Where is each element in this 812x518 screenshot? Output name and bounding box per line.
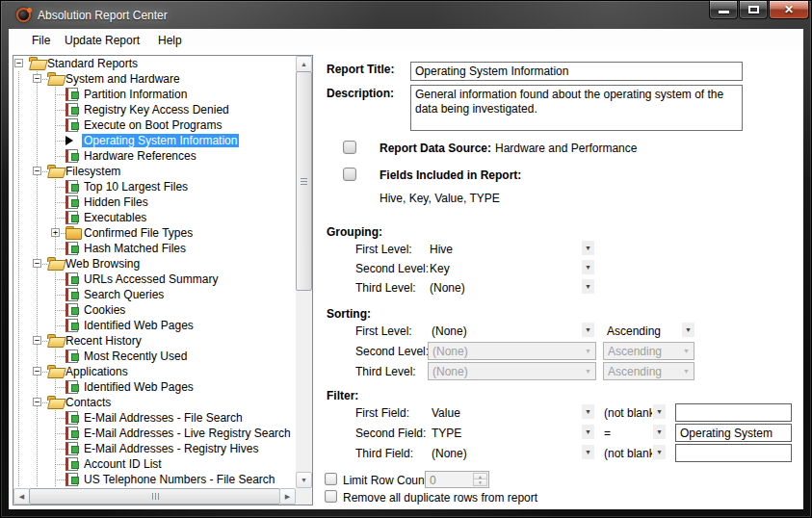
- tree-row[interactable]: Identified Web Pages: [13, 318, 296, 333]
- chevron-down-icon[interactable]: ▼: [582, 323, 594, 337]
- scroll-right-button[interactable]: ▶: [279, 488, 296, 505]
- tree-item-label[interactable]: Executables: [82, 211, 148, 224]
- tree-item-label[interactable]: US Telephone Numbers - File Search: [82, 473, 277, 486]
- filter-field-combo-value[interactable]: (None): [432, 447, 467, 460]
- tree-item-label[interactable]: Applications: [64, 365, 130, 378]
- sort-field-combo-value[interactable]: (None): [432, 324, 467, 338]
- tree-item-label[interactable]: Recent History: [64, 334, 144, 348]
- tree-item-label[interactable]: Hash Matched Files: [82, 242, 188, 255]
- tree-horizontal-scrollbar[interactable]: ◀ ▶: [13, 488, 296, 505]
- chevron-down-icon[interactable]: ▼: [582, 445, 594, 459]
- tree-item-label[interactable]: Filesystem: [64, 165, 122, 178]
- tree-row[interactable]: Cookies: [13, 302, 296, 318]
- filter-field-combo-value[interactable]: Value: [432, 406, 460, 420]
- description-input[interactable]: General information found about the oper…: [410, 85, 743, 131]
- chevron-down-icon[interactable]: ▼: [653, 404, 666, 419]
- tree-item-label[interactable]: URLs Accessed Summary: [82, 272, 220, 286]
- tree-item-label[interactable]: System and Hardware: [64, 72, 182, 86]
- fields-included-checkbox[interactable]: [343, 168, 356, 181]
- report-title-input[interactable]: [410, 62, 743, 81]
- tree-item-label[interactable]: Hardware References: [82, 149, 198, 163]
- minimize-button[interactable]: [709, 1, 738, 19]
- tree-row[interactable]: E-Mail Addresses - Registry Hives: [13, 441, 296, 456]
- filter-value-input[interactable]: [675, 403, 792, 422]
- tree-row[interactable]: −Web Browsing: [13, 256, 296, 272]
- close-button[interactable]: ✕: [769, 1, 809, 19]
- tree-item-label[interactable]: E-Mail Addresses - File Search: [82, 411, 245, 425]
- tree-item-label[interactable]: Search Queries: [82, 288, 166, 301]
- tree-row[interactable]: E-Mail Addresses - File Search: [13, 410, 296, 426]
- tree-item-label[interactable]: Partition Information: [82, 88, 189, 101]
- tree-item-label[interactable]: Web Browsing: [64, 257, 142, 271]
- chevron-down-icon[interactable]: ▼: [582, 241, 594, 255]
- tree-item-label[interactable]: Hidden Files: [82, 195, 150, 209]
- filter-operator-combo-value[interactable]: (not blank): [604, 406, 652, 420]
- tree-row[interactable]: −System and Hardware: [13, 71, 296, 87]
- chevron-down-icon[interactable]: ▼: [582, 279, 594, 294]
- tree-row[interactable]: URLs Accessed Summary: [13, 272, 296, 287]
- expand-icon[interactable]: +: [51, 228, 60, 237]
- chevron-down-icon[interactable]: ▼: [582, 425, 594, 439]
- tree-row[interactable]: Execute on Boot Programs: [13, 117, 296, 133]
- tree-row[interactable]: Hash Matched Files: [13, 241, 296, 256]
- tree-row[interactable]: E-Mail Addresses - Live Registry Search: [13, 426, 296, 441]
- tree-row[interactable]: Identified Web Pages: [13, 379, 296, 395]
- spinner-down-button[interactable]: ▼: [473, 479, 487, 486]
- scroll-down-button[interactable]: ▼: [296, 472, 312, 488]
- chevron-down-icon[interactable]: ▼: [653, 445, 666, 459]
- grouping-combo-value[interactable]: Key: [430, 262, 583, 275]
- grouping-combo-value[interactable]: Hive: [430, 243, 583, 256]
- tree-item-label[interactable]: Top 10 Largest Files: [82, 180, 190, 194]
- menu-update-report[interactable]: Update Report: [59, 32, 145, 49]
- vertical-scroll-thumb[interactable]: [296, 71, 312, 291]
- tree-row[interactable]: −Contacts: [13, 395, 296, 410]
- chevron-down-icon[interactable]: ▼: [682, 323, 694, 337]
- tree-item-label[interactable]: Most Recently Used: [82, 350, 189, 363]
- tree-row[interactable]: Hardware References: [13, 148, 296, 164]
- maximize-button[interactable]: [739, 1, 768, 19]
- tree-item-label[interactable]: Account ID List: [82, 457, 164, 471]
- tree-row[interactable]: +Confirmed File Types: [13, 225, 296, 241]
- tree-item-label[interactable]: Confirmed File Types: [82, 226, 195, 240]
- tree-row[interactable]: Partition Information: [13, 87, 296, 102]
- tree-row[interactable]: Operating System Information: [13, 133, 296, 148]
- tree-row[interactable]: US Telephone Numbers - File Search: [13, 472, 296, 487]
- collapse-icon[interactable]: −: [14, 59, 23, 67]
- tree-row[interactable]: −Recent History: [13, 333, 296, 349]
- scroll-left-button[interactable]: ◀: [13, 488, 30, 505]
- chevron-down-icon[interactable]: ▼: [653, 425, 666, 439]
- collapse-icon[interactable]: −: [33, 398, 41, 406]
- filter-operator-combo-value[interactable]: (not blank): [604, 447, 652, 460]
- chevron-down-icon[interactable]: ▼: [582, 404, 594, 419]
- limit-row-count-checkbox[interactable]: [325, 473, 337, 485]
- tree-item-label[interactable]: Operating System Information: [82, 134, 239, 147]
- scroll-up-button[interactable]: ▲: [296, 56, 312, 72]
- horizontal-scroll-thumb[interactable]: [29, 488, 280, 505]
- collapse-icon[interactable]: −: [33, 259, 41, 268]
- title-bar[interactable]: Absolution Report Center ✕: [1, 1, 811, 30]
- tree-item-label[interactable]: Standard Reports: [45, 57, 140, 70]
- filter-value-input[interactable]: [675, 424, 792, 442]
- tree-row[interactable]: Top 10 Largest Files: [13, 179, 296, 194]
- row-count-spinner[interactable]: 0 ▲ ▼: [425, 471, 489, 488]
- tree-row[interactable]: Most Recently Used: [13, 349, 296, 364]
- tree-row[interactable]: Hidden Files: [13, 194, 296, 210]
- chevron-down-icon[interactable]: ▼: [582, 260, 594, 274]
- tree-item-label[interactable]: Cookies: [82, 303, 127, 317]
- collapse-icon[interactable]: −: [33, 167, 41, 175]
- tree-item-label[interactable]: Identified Web Pages: [82, 380, 196, 394]
- tree-item-label[interactable]: Registry Key Access Denied: [82, 103, 231, 117]
- collapse-icon[interactable]: −: [33, 336, 41, 345]
- filter-value-input[interactable]: [675, 444, 792, 462]
- tree-item-label[interactable]: Identified Web Pages: [82, 319, 196, 332]
- tree-row[interactable]: Registry Key Access Denied: [13, 102, 296, 117]
- collapse-icon[interactable]: −: [33, 74, 41, 83]
- tree-row[interactable]: −Filesystem: [13, 164, 296, 179]
- tree-item-label[interactable]: Execute on Boot Programs: [82, 118, 223, 132]
- tree-row[interactable]: Executables: [13, 210, 296, 225]
- report-data-source-checkbox[interactable]: [343, 141, 356, 154]
- tree-item-label[interactable]: E-Mail Addresses - Live Registry Search: [82, 427, 293, 440]
- collapse-icon[interactable]: −: [33, 367, 41, 376]
- tree-row[interactable]: −Standard Reports: [13, 56, 296, 71]
- tree-item-label[interactable]: E-Mail Addresses - Registry Hives: [82, 442, 260, 455]
